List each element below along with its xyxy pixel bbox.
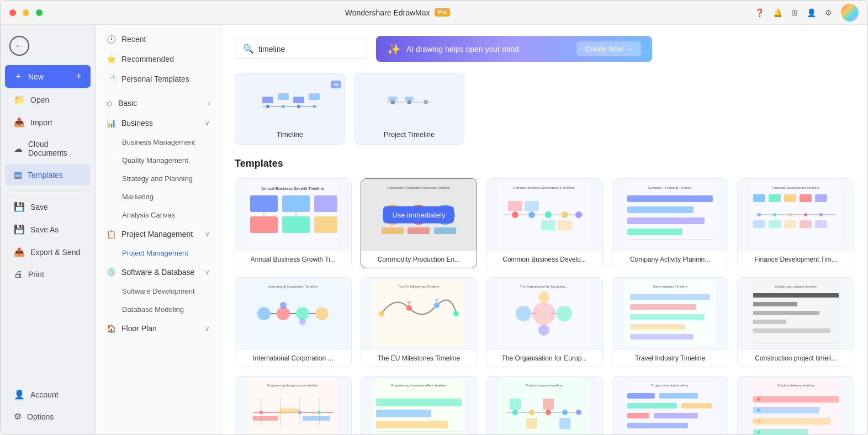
minimize-button[interactable] (23, 9, 29, 16)
software-icon: 💿 (107, 268, 116, 277)
search-input[interactable] (258, 45, 359, 54)
sidebar-item-save[interactable]: 💾 Save (5, 196, 91, 217)
sidebar-item-new[interactable]: ＋ New + (5, 65, 91, 88)
sidebar-saveas-label: Save As (30, 225, 59, 234)
sidebar-item-options[interactable]: ⚙ Options (5, 406, 91, 427)
thumb-3: Company - Planning Timeline (612, 179, 728, 251)
mid-category-floorplan[interactable]: 🏠 Floor Plan ∨ (96, 319, 221, 338)
svg-point-128 (317, 411, 321, 414)
ai-badge: AI (331, 81, 341, 88)
mid-category-software[interactable]: 💿 Software & Database ∨ (96, 262, 221, 282)
svg-rect-45 (541, 220, 555, 230)
import-icon: 📥 (14, 117, 25, 128)
svg-rect-102 (630, 294, 710, 300)
template-card-2[interactable]: Common Business Development Timeline (486, 178, 603, 268)
svg-point-74 (257, 307, 271, 320)
template-card-7[interactable]: The Organisation for European... The Org… (486, 277, 603, 367)
mid-category-business[interactable]: 📊 Business ∨ (96, 113, 221, 133)
mid-item-recent[interactable]: 🕐 Recent (96, 29, 221, 49)
mid-business-label: Business (121, 119, 153, 128)
svg-rect-131 (376, 399, 462, 406)
new-plus-icon: + (76, 71, 82, 82)
maximize-button[interactable] (36, 9, 43, 16)
svg-rect-133 (376, 421, 448, 428)
template-card-9[interactable]: Construction project timeline Constructi… (737, 277, 854, 367)
svg-text:Engineering insurance effect t: Engineering insurance effect timeline (391, 384, 446, 387)
thumb-5: International Corporation Timeline (235, 278, 351, 349)
sidebar-item-export[interactable]: 📤 Export & Send (5, 241, 91, 263)
ai-banner[interactable]: ✨ AI drawing helps open your mind Create… (376, 36, 652, 62)
template-card-1[interactable]: Commodity Production Enterprise Timeline… (361, 178, 478, 268)
template-card-11[interactable]: Engineering insurance effect timeline En… (361, 376, 478, 434)
ai-create-button[interactable]: Create Now → (576, 41, 641, 56)
sidebar-item-print[interactable]: 🖨 Print (5, 264, 91, 285)
thumb-8: Travel Industry Timeline (612, 278, 728, 349)
sidebar-item-saveas[interactable]: 💾 Save As (5, 219, 91, 240)
avatar[interactable] (841, 4, 859, 22)
svg-point-42 (575, 211, 582, 218)
settings-icon[interactable]: ⚙ (823, 6, 834, 19)
svg-text:International Corporation Time: International Corporation Timeline (268, 285, 318, 288)
svg-point-97 (538, 325, 549, 336)
template-card-13[interactable]: Project schedule timeline Project schedu… (612, 376, 729, 434)
svg-rect-19 (314, 195, 337, 212)
mid-sub-software-dev[interactable]: Software Development (96, 282, 221, 300)
mid-sub-analysis[interactable]: Analysis Canvas (96, 206, 221, 224)
svg-rect-68 (769, 220, 781, 228)
close-button[interactable] (9, 9, 16, 16)
project-timeline-svg (376, 86, 442, 119)
template-card-12[interactable]: Project progress timeline (486, 376, 603, 434)
mid-sub-marketing[interactable]: Marketing (96, 188, 221, 206)
mid-sub-quality[interactable]: Quality Management (96, 151, 221, 169)
sidebar-item-templates[interactable]: ▤ Templates (5, 164, 91, 185)
user-icon[interactable]: 👤 (805, 6, 818, 19)
sidebar-item-import[interactable]: 📥 Import (5, 112, 91, 133)
template-card-8[interactable]: Travel Industry Timeline Travel Industry… (612, 277, 729, 367)
mid-sub-business-mgmt[interactable]: Business Management (96, 133, 221, 151)
software-chevron: ∨ (205, 268, 210, 276)
sidebar-item-open[interactable]: 📁 Open (5, 89, 91, 110)
svg-text:Common Business Development Ti: Common Business Development Timeline (514, 186, 575, 189)
svg-point-66 (819, 213, 823, 216)
sidebar-item-account[interactable]: 👤 Account (5, 384, 91, 405)
template-card-0[interactable]: Annual Business Growth Timeline Annual B… (235, 178, 352, 268)
svg-text:Project progress timeline: Project progress timeline (526, 384, 563, 387)
svg-rect-103 (630, 304, 696, 310)
back-button[interactable]: ← (1, 31, 95, 60)
sidebar-export-label: Export & Send (30, 248, 80, 257)
sidebar-account-label: Account (30, 390, 59, 399)
template-card-3[interactable]: Company - Planning Timeline Company Acti… (612, 178, 729, 268)
template-card-5[interactable]: International Corporation Timeline (235, 277, 352, 367)
use-immediately-button[interactable]: Use immediately (383, 206, 454, 224)
svg-rect-57 (769, 194, 781, 202)
svg-text:Travel Industry Timeline: Travel Industry Timeline (652, 285, 687, 288)
sidebar-item-cloud[interactable]: ☁ Cloud Documents (5, 134, 91, 163)
mid-item-personal[interactable]: 📄 Personal Templates (96, 69, 221, 89)
export-icon: 📤 (14, 247, 25, 257)
template-card-4[interactable]: Financial Development Timeline (737, 178, 854, 268)
template-card-14[interactable]: Solution delivery timeline Solution deli… (737, 376, 854, 434)
mid-category-basic[interactable]: ◇ Basic › (96, 93, 221, 113)
bell-icon[interactable]: 🔔 (771, 6, 785, 19)
svg-point-5 (266, 105, 269, 108)
thumb-4: Financial Development Timeline (738, 179, 854, 251)
svg-point-142 (562, 410, 568, 415)
top-template-project-timeline[interactable]: Project Timeline (354, 73, 464, 145)
top-template-timeline[interactable]: AI Timeline (235, 73, 345, 145)
mid-sub-project-mgmt[interactable]: Project Management (96, 244, 221, 262)
svg-rect-109 (753, 293, 839, 298)
mid-sub-strategy[interactable]: Strategy and Planning (96, 169, 221, 188)
mid-item-recommended[interactable]: ⭐ Recommended (96, 49, 221, 69)
help-icon[interactable]: ❓ (753, 6, 766, 19)
svg-rect-50 (627, 206, 694, 213)
svg-point-86 (406, 305, 412, 311)
template-card-10[interactable]: Engineering design phase timeline (235, 376, 352, 434)
mid-category-project[interactable]: 📋 Project Management ∨ (96, 224, 221, 244)
template-card-6[interactable]: The EU Milestones Timeline The EU Milest… (361, 277, 478, 367)
apps-icon[interactable]: ⊞ (789, 6, 800, 19)
svg-rect-59 (800, 194, 812, 202)
mid-sub-database[interactable]: Database Modeling (96, 300, 221, 319)
svg-point-166 (757, 431, 760, 434)
svg-rect-56 (753, 194, 765, 202)
search-input-wrap[interactable]: 🔍 (235, 39, 367, 59)
